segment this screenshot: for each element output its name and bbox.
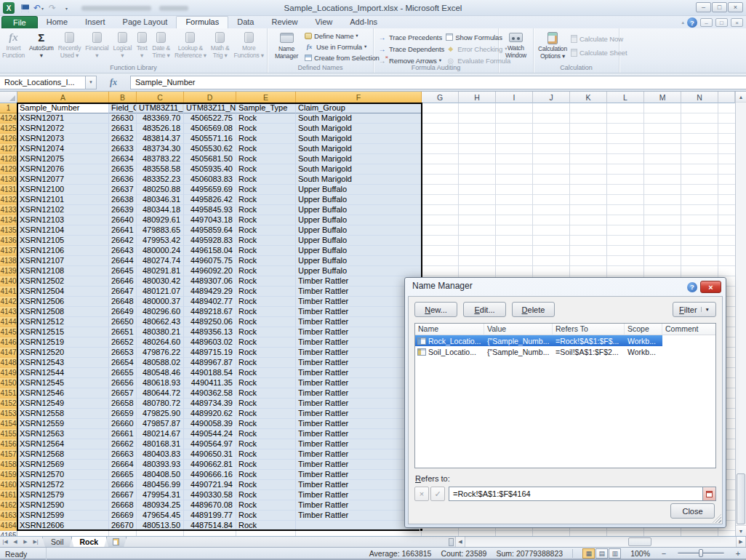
list-column-value[interactable]: Value (484, 324, 553, 335)
cell[interactable]: 4489402.77 (184, 297, 236, 307)
cell[interactable]: XSRN12075 (17, 154, 109, 164)
row-header[interactable]: 4136 (0, 236, 17, 246)
cell[interactable]: 480380.21 (137, 327, 184, 337)
cell[interactable]: XSRN12105 (17, 236, 109, 246)
save-button[interactable] (19, 2, 31, 14)
cell[interactable]: 480618.93 (137, 378, 184, 388)
restore-button[interactable]: □ (712, 2, 727, 12)
last-sheet-button[interactable]: ▶| (31, 537, 41, 547)
name-box[interactable]: Rock_Locations_I... (0, 76, 86, 89)
cell[interactable]: 480344.18 (137, 205, 184, 215)
row-header[interactable]: 4157 (0, 449, 17, 460)
cell[interactable]: XSRN12570 (17, 470, 109, 480)
cell[interactable]: 26657 (109, 388, 137, 399)
select-all-corner[interactable] (0, 92, 17, 103)
use-in-formula-button[interactable]: Use in Formula▾ (303, 41, 380, 52)
cell[interactable]: 479654.45 (137, 511, 184, 521)
cell[interactable]: XSRN12101 (17, 195, 109, 205)
cell[interactable]: Sample_Number (17, 103, 109, 113)
cell[interactable] (296, 531, 422, 536)
row-header[interactable]: 4156 (0, 439, 17, 449)
cell[interactable]: 26653 (109, 348, 137, 358)
row-header[interactable]: 4143 (0, 307, 17, 317)
cell[interactable]: 4487514.84 (184, 521, 236, 531)
cell[interactable]: XSRN12543 (17, 358, 109, 368)
cell[interactable]: Timber Rattler (296, 399, 422, 409)
cell[interactable]: XSRN12520 (17, 348, 109, 358)
row-header[interactable]: 4145 (0, 327, 17, 337)
cell[interactable]: 26646 (109, 276, 137, 287)
cell[interactable]: 4495859.64 (184, 225, 236, 236)
cell[interactable] (296, 521, 422, 531)
cell[interactable]: Timber Rattler (296, 307, 422, 317)
cell[interactable]: Rock (236, 348, 296, 358)
refers-to-field[interactable]: =Rock!$A$1:$F$4164 (449, 487, 703, 501)
cell[interactable]: XSRN12072 (17, 124, 109, 134)
cell[interactable]: 480296.60 (137, 307, 184, 317)
cell[interactable]: XSRN12546 (17, 388, 109, 399)
cell[interactable]: Rock (236, 276, 296, 287)
cell[interactable] (137, 531, 184, 536)
row-header[interactable]: 4144 (0, 317, 17, 327)
trace-precedents-button[interactable]: Trace Precedents (376, 32, 444, 42)
cell[interactable]: 4496158.04 (184, 246, 236, 256)
cell[interactable]: Timber Rattler (296, 388, 422, 399)
row-header[interactable]: 4152 (0, 399, 17, 409)
cell[interactable]: 480408.50 (137, 470, 184, 480)
column-header-k[interactable]: K (570, 92, 607, 103)
cell[interactable]: 483558.58 (137, 164, 184, 175)
cell[interactable]: Rock (236, 287, 296, 297)
cell[interactable]: 26669 (109, 511, 137, 521)
insert-function-icon[interactable]: fx (110, 77, 117, 88)
cell[interactable]: South Marigold (296, 134, 422, 144)
cell[interactable]: 4490188.54 (184, 368, 236, 378)
cell[interactable]: 480548.46 (137, 368, 184, 378)
cell[interactable]: 483814.37 (137, 134, 184, 144)
cell[interactable]: XSRN12077 (17, 175, 109, 185)
cell[interactable]: Rock (236, 511, 296, 521)
cell[interactable]: XSRN12106 (17, 246, 109, 256)
cell[interactable]: Timber Rattler (296, 511, 422, 521)
cell[interactable]: Upper Buffalo (296, 236, 422, 246)
range-selector-button[interactable] (703, 487, 716, 501)
cell[interactable]: 480000.24 (137, 246, 184, 256)
row-header[interactable]: 4141 (0, 287, 17, 297)
cell[interactable]: Rock (236, 337, 296, 348)
fill-handle[interactable] (420, 528, 423, 532)
cell[interactable]: Rock (236, 327, 296, 337)
row-header[interactable]: 4146 (0, 337, 17, 348)
cell[interactable]: Rock (236, 205, 296, 215)
cancel-edit-button[interactable]: × (414, 487, 429, 501)
column-header-f[interactable]: F (296, 92, 422, 103)
cell[interactable]: 4489307.06 (184, 276, 236, 287)
cell[interactable]: Rock (236, 500, 296, 511)
confirm-edit-button[interactable]: ✓ (430, 487, 445, 501)
zoom-slider-thumb[interactable] (699, 549, 703, 557)
cell[interactable]: Rock (236, 164, 296, 175)
cell[interactable]: 26640 (109, 215, 137, 225)
cell[interactable]: Upper Buffalo (296, 266, 422, 276)
logical-button[interactable]: Logical▾ (113, 29, 133, 59)
row-header[interactable]: 4155 (0, 429, 17, 439)
financial-button[interactable]: Financial▾ (84, 29, 109, 59)
row-header[interactable]: 4124 (0, 113, 17, 124)
row-header[interactable]: 4147 (0, 348, 17, 358)
name-manager-button[interactable]: Name Manager (270, 30, 303, 63)
column-header-e[interactable]: E (236, 92, 296, 103)
cell[interactable]: 26633 (109, 144, 137, 154)
cell[interactable]: 480393.93 (137, 460, 184, 470)
cell[interactable]: 26666 (109, 480, 137, 490)
name-entry-row[interactable]: Rock_Locatio...{"Sample_Numb...=Rock!$A$… (415, 335, 715, 346)
cell[interactable]: 26648 (109, 297, 137, 307)
row-header[interactable]: 4162 (0, 500, 17, 511)
calculate-now-button[interactable]: Calculate Now (569, 33, 627, 45)
cell[interactable]: 483352.23 (137, 175, 184, 185)
cell[interactable]: 26644 (109, 256, 137, 266)
cell[interactable]: 26650 (109, 317, 137, 327)
cell[interactable]: XSRN12549 (17, 399, 109, 409)
cell[interactable]: Timber Rattler (296, 348, 422, 358)
scroll-up-button[interactable]: ▲ (736, 92, 746, 103)
column-header-h[interactable]: H (459, 92, 496, 103)
row-header[interactable]: 4163 (0, 511, 17, 521)
cell[interactable]: Rock (236, 388, 296, 399)
